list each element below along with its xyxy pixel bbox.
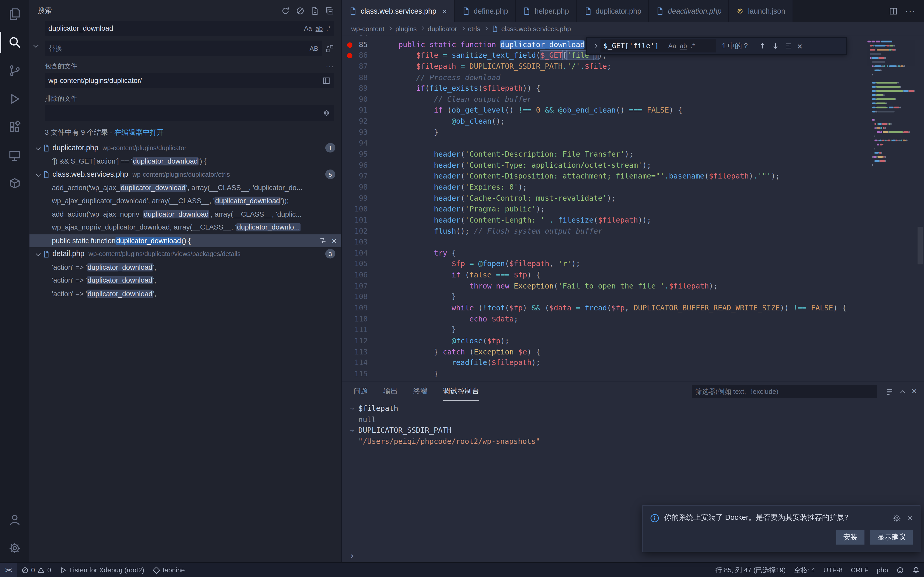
settings-gear-icon[interactable] (0, 534, 29, 562)
tab-define.php[interactable]: define.php (455, 0, 515, 22)
find-whole-word-toggle[interactable]: ab (680, 42, 687, 50)
breadcrumb-item[interactable]: wp-content (351, 25, 384, 32)
collapse-all-icon[interactable] (325, 6, 334, 15)
problems-status[interactable]: 0 0 (17, 562, 55, 577)
notifications-bell-icon[interactable] (908, 562, 924, 577)
line-number[interactable]: 86 (342, 50, 381, 61)
match-case-toggle[interactable]: Aa (304, 25, 312, 32)
whole-word-toggle[interactable]: ab (315, 25, 323, 32)
search-result-match[interactable]: add_action('wp_ajax_nopriv_duplicator_do… (29, 208, 341, 221)
show-recommendations-button[interactable]: 显示建议 (871, 530, 913, 545)
find-input[interactable] (604, 42, 665, 50)
clear-search-results-icon[interactable] (296, 6, 304, 15)
find-previous-icon[interactable] (759, 42, 767, 50)
console-filter-input[interactable] (695, 388, 873, 395)
tabnine-status[interactable]: tabnine (149, 562, 189, 577)
search-icon[interactable] (0, 28, 29, 56)
install-button[interactable]: 安装 (836, 530, 864, 545)
refresh-icon[interactable] (281, 6, 290, 15)
search-result-match[interactable]: ']) && $_GET['action'] == 'duplicator_do… (29, 155, 341, 168)
find-regex-toggle[interactable]: .* (690, 42, 695, 50)
files-to-include-input[interactable] (48, 76, 319, 85)
breadcrumb-item[interactable]: plugins (395, 25, 417, 32)
tab-debug-console[interactable]: 调试控制台 (443, 382, 479, 401)
breadcrumb-item[interactable]: class.web.services.php (491, 25, 571, 32)
tab-launch.json[interactable]: launch.json (729, 0, 793, 22)
search-result-match[interactable]: 'action' => 'duplicator_download', (29, 274, 341, 287)
exclude-settings-gear-icon[interactable] (322, 109, 331, 117)
replace-icon[interactable] (319, 236, 327, 245)
search-result-file[interactable]: duplicator.phpwp-content/plugins/duplica… (29, 142, 341, 155)
chevron-down-icon[interactable] (36, 251, 41, 256)
maximize-panel-icon[interactable] (900, 390, 905, 395)
tab-problems[interactable]: 问题 (354, 382, 368, 401)
line-number[interactable]: 97 (342, 171, 381, 182)
preserve-case-toggle[interactable]: AB (310, 45, 318, 52)
line-number[interactable]: 96 (342, 160, 381, 171)
remote-explorer-icon[interactable] (0, 142, 29, 170)
chevron-down-icon[interactable] (36, 172, 41, 177)
language-mode[interactable]: php (873, 562, 892, 577)
search-result-match[interactable]: wp_ajax_nopriv_duplicator_download, arra… (29, 221, 341, 234)
search-input[interactable] (48, 24, 300, 32)
line-number[interactable]: 91 (342, 105, 381, 116)
line-number[interactable]: 101 (342, 215, 381, 226)
encoding[interactable]: UTF-8 (819, 562, 847, 577)
line-number[interactable]: 110 (342, 314, 381, 325)
clear-console-icon[interactable] (885, 387, 893, 396)
tab-duplicator.php[interactable]: duplicator.php (577, 0, 649, 22)
notification-settings-icon[interactable] (892, 513, 902, 523)
code-editor[interactable]: 8485 public static function duplicator_d… (342, 35, 924, 382)
search-result-file[interactable]: class.web.services.phpwp-content/plugins… (29, 168, 341, 181)
search-result-match[interactable]: wp_ajax_duplicator_download', array(__CL… (29, 194, 341, 207)
editor-scrollbar[interactable] (916, 35, 924, 382)
line-number[interactable]: 105 (342, 259, 381, 270)
search-result-match[interactable]: 'action' => 'duplicator_download', (29, 260, 341, 274)
close-icon[interactable]: × (443, 7, 447, 15)
cursor-position[interactable]: 行 85, 列 47 (已选择19) (711, 562, 790, 577)
debug-console-prompt[interactable]: › (351, 550, 354, 560)
line-number[interactable]: 93 (342, 127, 381, 138)
source-control-icon[interactable] (0, 56, 29, 85)
replace-input[interactable] (48, 44, 306, 52)
line-number[interactable]: 90 (342, 94, 381, 105)
breadcrumb-item[interactable]: duplicator (428, 25, 457, 32)
extensions-icon[interactable] (0, 113, 29, 142)
search-open-editors-icon[interactable] (322, 76, 331, 85)
line-number[interactable]: 112 (342, 336, 381, 347)
line-number[interactable]: 88 (342, 72, 381, 83)
tab-helper.php[interactable]: helper.php (515, 0, 577, 22)
regex-toggle[interactable]: .* (326, 25, 331, 32)
find-in-selection-icon[interactable] (784, 42, 793, 50)
line-number[interactable]: 102 (342, 226, 381, 237)
search-result-match[interactable]: add_action('wp_ajax_duplicator_download'… (29, 181, 341, 194)
search-result-file[interactable]: detail.phpwp-content/plugins/duplicator/… (29, 247, 341, 260)
minimap[interactable] (865, 35, 916, 382)
line-number[interactable]: 99 (342, 193, 381, 204)
line-number[interactable]: 89 (342, 83, 381, 94)
files-to-exclude-input[interactable] (48, 109, 319, 117)
line-number[interactable]: 100 (342, 204, 381, 215)
more-actions-icon[interactable]: ··· (905, 6, 916, 16)
line-number[interactable]: 84 (342, 35, 381, 39)
find-next-icon[interactable] (771, 42, 780, 50)
remote-indicator[interactable]: >< (0, 562, 17, 577)
tab-terminal[interactable]: 终端 (413, 382, 428, 401)
dismiss-icon[interactable]: × (331, 236, 336, 245)
find-match-case-toggle[interactable]: Aa (668, 42, 676, 50)
replace-all-icon[interactable] (325, 44, 334, 53)
explorer-icon[interactable] (0, 0, 29, 28)
eol-sequence[interactable]: CRLF (846, 562, 873, 577)
split-editor-icon[interactable] (888, 6, 898, 16)
feedback-icon[interactable] (892, 562, 908, 577)
line-number[interactable]: 106 (342, 270, 381, 281)
search-result-match[interactable]: public static function duplicator_downlo… (29, 234, 341, 247)
tab-output[interactable]: 输出 (383, 382, 398, 401)
breakpoint[interactable] (347, 42, 352, 48)
indentation[interactable]: 空格: 4 (790, 562, 819, 577)
tab-class.web.services.php[interactable]: class.web.services.php× (342, 0, 455, 22)
line-number[interactable]: 114 (342, 358, 381, 369)
chevron-down-icon[interactable] (36, 145, 41, 150)
line-number[interactable]: 115 (342, 369, 381, 380)
account-icon[interactable] (0, 506, 29, 534)
